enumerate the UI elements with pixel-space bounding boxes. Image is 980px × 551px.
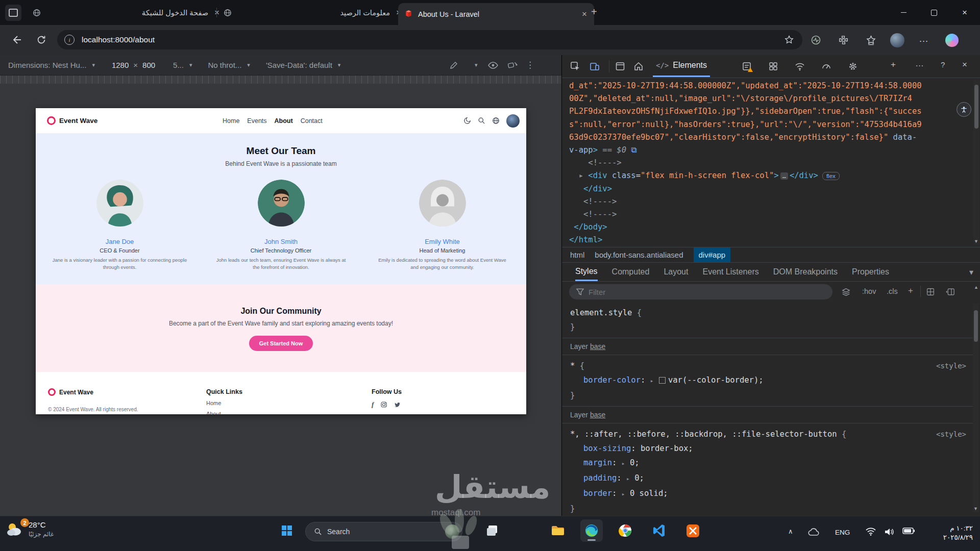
chevron-down-icon[interactable]: ▾ [475, 62, 478, 68]
extensions-icon[interactable] [838, 35, 849, 45]
settings-gear-icon[interactable] [848, 61, 858, 71]
clock-widget[interactable]: ١٠:٣٢ م ٢٠٢٥/٨/٢٩ [943, 524, 973, 542]
instagram-icon[interactable] [381, 402, 387, 408]
weather-widget[interactable]: 2 28°C غائم جزئيًا [5, 520, 54, 539]
crumb-selected[interactable]: div#app [694, 247, 731, 263]
tree-row[interactable]: </div> [569, 183, 980, 195]
tree-row[interactable]: <!----> [569, 208, 980, 221]
toggle-hover-state[interactable]: :hov [862, 287, 876, 295]
stylesheet-link[interactable]: <style> [936, 427, 966, 441]
site-logo-icon[interactable] [47, 116, 56, 125]
accessibility-tree-icon[interactable] [957, 102, 971, 117]
tree-row[interactable]: <!----> [569, 157, 980, 169]
tab-event-listeners[interactable]: Event Listeners [702, 267, 758, 277]
tab-actions-button[interactable] [5, 5, 21, 21]
chrome-app-icon[interactable] [614, 519, 636, 542]
settings-menu-icon[interactable]: … [919, 33, 929, 44]
tree-row[interactable]: ▸ <div class="flex min-h-screen flex-col… [569, 169, 980, 182]
get-started-button[interactable]: Get Started Now [249, 336, 313, 351]
file-explorer-icon[interactable] [547, 519, 569, 542]
zoom-select[interactable]: 5... [173, 61, 184, 69]
scroll-down-icon[interactable]: ▼ [973, 506, 978, 511]
tree-row[interactable]: PL2F9dxIateovzOHSfNjiFdxwefIQ1o.jpg"}},"… [569, 105, 980, 118]
tree-row[interactable]: v-app> == $0 ⧉ [569, 144, 980, 157]
taskbar-search[interactable]: Search [305, 522, 462, 541]
css-property[interactable]: border-color: ▸ var(--color-border); [570, 373, 966, 388]
throttling-select[interactable]: No throt... [208, 61, 241, 69]
profile-avatar[interactable] [890, 33, 904, 47]
tree-row[interactable]: d_at":"2025-10-27T19:44:58.000000Z","upd… [569, 80, 980, 92]
browser-tab-2[interactable]: معلومات الرصيد × [217, 0, 408, 25]
css-property[interactable]: box-sizing: border-box; [570, 441, 966, 456]
browser-tab-active[interactable]: About Us - Laravel × [398, 3, 594, 25]
favorite-star-icon[interactable] [784, 35, 794, 45]
tab-styles[interactable]: Styles [575, 263, 598, 281]
css-property[interactable]: padding: ▸ 0; [570, 471, 966, 486]
tree-row[interactable]: <!----> [569, 195, 980, 208]
tab-computed[interactable]: Computed [612, 267, 650, 277]
more-options-icon[interactable]: ⋮ [526, 60, 534, 70]
member-name[interactable]: Jane Doe [43, 238, 197, 245]
css-rule[interactable]: * {<style>border-color: ▸ var(--color-bo… [562, 355, 973, 407]
twitter-icon[interactable] [394, 402, 401, 408]
pen-icon[interactable] [449, 61, 458, 70]
app-icon-window[interactable] [481, 519, 503, 542]
scrollbar[interactable]: ▼ [973, 303, 979, 512]
scroll-up-icon[interactable]: ▲ [974, 285, 978, 290]
width-field[interactable]: 1280 [112, 61, 129, 69]
performance-icon[interactable] [821, 61, 831, 71]
tab-elements[interactable]: </> Elements [653, 55, 710, 77]
search-highlight-image[interactable] [445, 524, 459, 539]
scrollbar[interactable]: ▼ [973, 80, 979, 245]
back-button[interactable] [11, 34, 22, 45]
tree-row[interactable]: </html> [569, 234, 980, 246]
height-field[interactable]: 800 [142, 61, 155, 69]
dimensions-select[interactable]: Dimensions: Nest Hu... [8, 61, 86, 69]
tree-row[interactable]: </body> [569, 221, 980, 234]
member-name[interactable]: John Smith [205, 238, 358, 245]
inspect-icon[interactable] [570, 61, 580, 71]
rotate-device-icon[interactable] [507, 61, 518, 70]
nav-contact[interactable]: Contact [301, 117, 323, 124]
stylesheet-link[interactable]: <style> [936, 359, 966, 373]
network-icon[interactable] [795, 61, 805, 71]
facebook-icon[interactable]: f [372, 400, 374, 409]
wifi-icon[interactable] [866, 528, 876, 536]
css-property[interactable]: margin: ▸ 0; [570, 456, 966, 471]
crumb-body[interactable]: body.font-sans.antialiased [595, 251, 683, 259]
tab-layout[interactable]: Layout [664, 267, 688, 277]
tray-chevron-icon[interactable]: ∧ [788, 528, 793, 535]
dock-pane-icon[interactable] [946, 288, 954, 296]
edge-app-icon[interactable] [580, 519, 603, 542]
url-text[interactable]: localhost:8000/about [82, 35, 155, 44]
favorites-icon[interactable] [866, 35, 876, 45]
close-window-button[interactable]: × [949, 0, 980, 25]
search-icon[interactable] [478, 117, 485, 124]
more-tools-icon[interactable]: + [891, 60, 896, 70]
site-info-icon[interactable]: i [64, 35, 75, 45]
nav-events[interactable]: Events [247, 117, 266, 124]
tree-row[interactable]: s":null,"error":null},"hasOrders":true},… [569, 118, 980, 131]
address-bar[interactable]: i localhost:8000/about [57, 30, 802, 49]
user-avatar[interactable] [506, 114, 520, 128]
member-name[interactable]: Emily White [366, 238, 519, 245]
close-tab-icon[interactable]: × [581, 10, 588, 18]
page-panel-icon[interactable] [615, 61, 625, 71]
refresh-button[interactable] [36, 34, 47, 45]
styles-filter-input[interactable] [569, 284, 832, 299]
layout-grid-icon[interactable] [768, 61, 778, 71]
more-tabs-icon[interactable]: ▾ [969, 267, 973, 277]
tab-dom-breakpoints[interactable]: DOM Breakpoints [773, 267, 838, 277]
minimize-button[interactable] [888, 0, 919, 25]
layer-link[interactable]: base [590, 342, 605, 350]
nav-about[interactable]: About [275, 117, 293, 124]
volume-icon[interactable] [884, 528, 894, 536]
browser-essentials-icon[interactable] [811, 35, 821, 45]
footer-link-about[interactable]: About [206, 411, 242, 414]
help-icon[interactable]: ? [941, 60, 945, 69]
xampp-app-icon[interactable] [681, 519, 704, 542]
device-toolbar-icon[interactable] [590, 61, 600, 71]
css-rule[interactable]: *, ::after, ::before, ::backdrop, ::file… [562, 423, 973, 516]
tab-properties[interactable]: Properties [852, 267, 889, 277]
issues-icon[interactable] [742, 61, 752, 71]
